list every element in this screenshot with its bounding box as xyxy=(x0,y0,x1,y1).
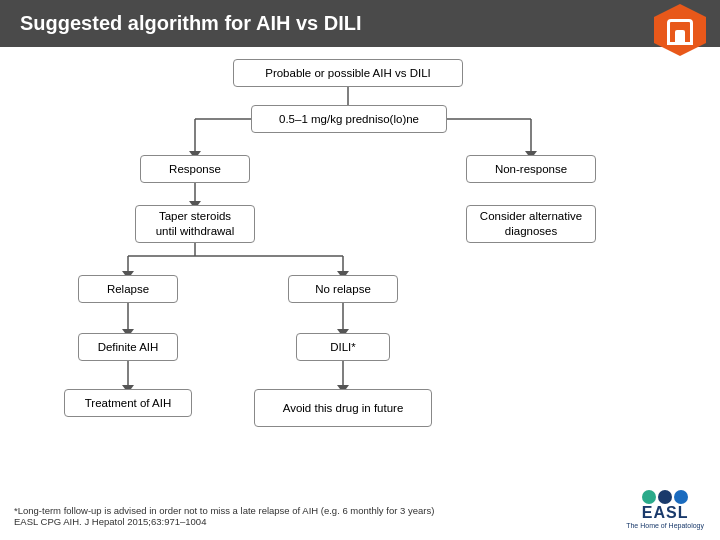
footnote-line2: EASL CPG AIH. J Hepatol 2015;63:971–1004 xyxy=(14,516,434,527)
easl-circle-3 xyxy=(674,490,688,504)
treatmentaih-box: Treatment of AIH xyxy=(64,389,192,417)
header-title: Suggested algorithm for AIH vs DILI xyxy=(20,12,362,35)
easl-text: EASL xyxy=(642,504,689,522)
diagram-boxes: Probable or possible AIH vs DILI 0.5–1 m… xyxy=(18,51,698,491)
relapse-box: Relapse xyxy=(78,275,178,303)
response-box: Response xyxy=(140,155,250,183)
footnote: *Long-term follow-up is advised in order… xyxy=(14,505,434,527)
header: Suggested algorithm for AIH vs DILI xyxy=(0,0,720,47)
footnote-line1: *Long-term follow-up is advised in order… xyxy=(14,505,434,516)
easl-circle-2 xyxy=(658,490,672,504)
taper-box: Taper steroids until withdrawal xyxy=(135,205,255,243)
probable-box: Probable or possible AIH vs DILI xyxy=(233,59,463,87)
dili-box: DILI* xyxy=(296,333,390,361)
easl-logo: EASL The Home of Hepatology xyxy=(626,490,704,529)
alternative-box: Consider alternative diagnoses xyxy=(466,205,596,243)
easl-circles xyxy=(642,490,688,504)
definiteaih-box: Definite AIH xyxy=(78,333,178,361)
house-shape xyxy=(667,19,693,45)
easl-circle-1 xyxy=(642,490,656,504)
nonresponse-box: Non-response xyxy=(466,155,596,183)
diagram-wrapper: Probable or possible AIH vs DILI 0.5–1 m… xyxy=(18,51,698,491)
easl-subtext: The Home of Hepatology xyxy=(626,522,704,529)
dosage-box: 0.5–1 mg/kg predniso(lo)ne xyxy=(251,105,447,133)
avoiddrug-box: Avoid this drug in future xyxy=(254,389,432,427)
norelapse-box: No relapse xyxy=(288,275,398,303)
